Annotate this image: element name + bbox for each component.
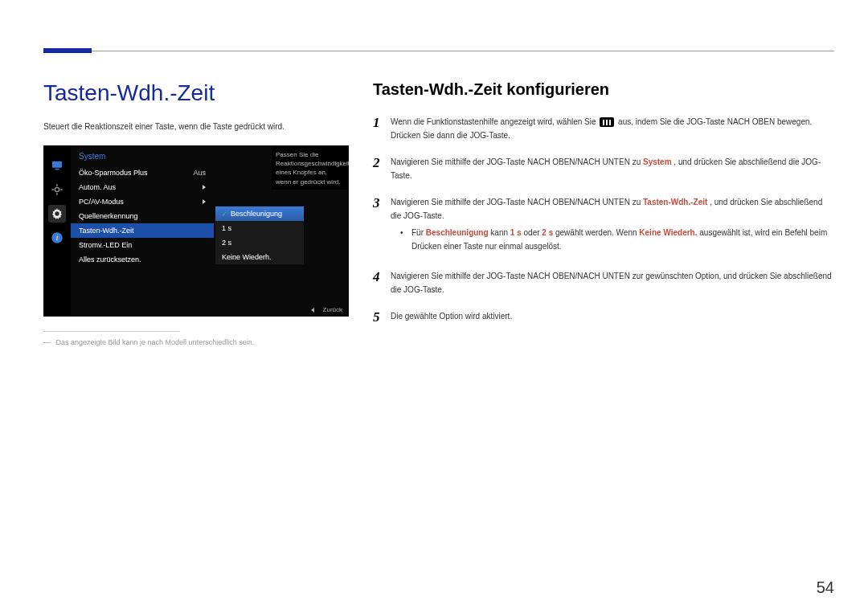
osd-sidebar: i bbox=[43, 145, 71, 317]
bullet-text: Für Beschleunigung kann 1 s oder 2 s gew… bbox=[411, 226, 834, 253]
bullet-dot: • bbox=[400, 226, 411, 253]
step-text: Navigieren Sie mithilfe der JOG-Taste NA… bbox=[391, 269, 834, 296]
osd-submenu-item: 2 s bbox=[215, 235, 304, 250]
back-arrow-icon bbox=[311, 308, 314, 313]
left-column: Tasten-Wdh.-Zeit Steuert die Reaktionsze… bbox=[43, 80, 349, 346]
gear-icon bbox=[48, 205, 66, 223]
osd-submenu-label: 1 s bbox=[222, 224, 231, 232]
step-number: 2 bbox=[373, 155, 391, 171]
step: 2 Navigieren Sie mithilfe der JOG-Taste … bbox=[373, 155, 834, 182]
osd-menu-item: Autom. Aus bbox=[71, 180, 214, 194]
osd-menu-label: Autom. Aus bbox=[79, 183, 116, 191]
step-text: Die gewählte Option wird aktiviert. bbox=[391, 309, 834, 323]
osd-menu-label: Stromv.-LED Ein bbox=[79, 241, 132, 249]
osd-menu-item: Quellenerkennung bbox=[71, 209, 214, 223]
footnote-text: Das angezeigte Bild kann je nach Modell … bbox=[56, 338, 255, 346]
osd-main: System Öko-Sparmodus Plus Aus Autom. Aus… bbox=[71, 145, 349, 317]
monitor-icon bbox=[48, 157, 66, 174]
svg-rect-1 bbox=[55, 169, 59, 170]
highlight-term: 1 s bbox=[510, 228, 522, 237]
highlight-term: 2 s bbox=[542, 228, 553, 237]
step-text: Navigieren Sie mithilfe der JOG-Taste NA… bbox=[391, 195, 834, 256]
page-content: Tasten-Wdh.-Zeit Steuert die Reaktionsze… bbox=[43, 80, 834, 346]
osd-submenu-label: 2 s bbox=[222, 239, 231, 247]
info-icon: i bbox=[48, 229, 66, 247]
osd-menu-label: PC/AV-Modus bbox=[79, 198, 124, 206]
step-text: Wenn die Funktionstastenhilfe angezeigt … bbox=[391, 115, 834, 142]
osd-menu-label: Öko-Sparmodus Plus bbox=[79, 169, 148, 177]
osd-submenu-item: Keine Wiederh. bbox=[215, 250, 304, 264]
sub-bullet: • Für Beschleunigung kann 1 s oder 2 s g… bbox=[400, 226, 834, 253]
osd-menu-item: Alles zurücksetzen. bbox=[71, 252, 214, 267]
osd-menu-item: PC/AV-Modus bbox=[71, 194, 214, 209]
step-text-part: Navigieren Sie mithilfe der JOG-Taste NA… bbox=[391, 157, 643, 166]
osd-menu-value: Aus bbox=[193, 169, 206, 177]
chevron-right-icon bbox=[203, 185, 206, 190]
osd-menu-item: Stromv.-LED Ein bbox=[71, 238, 214, 252]
header-divider bbox=[43, 51, 834, 51]
highlight-term: Keine Wiederh. bbox=[639, 228, 697, 237]
step-text-part: Wenn die Funktionstastenhilfe angezeigt … bbox=[391, 117, 598, 126]
svg-text:i: i bbox=[56, 234, 59, 242]
step: 3 Navigieren Sie mithilfe der JOG-Taste … bbox=[373, 195, 834, 256]
step: 1 Wenn die Funktionstastenhilfe angezeig… bbox=[373, 115, 834, 142]
osd-submenu-label: Beschleunigung bbox=[231, 210, 282, 218]
svg-point-2 bbox=[55, 187, 59, 191]
sub-title: Tasten-Wdh.-Zeit konfigurieren bbox=[373, 80, 834, 99]
osd-menu-item-selected: Tasten-Wdh.-Zeit bbox=[71, 223, 214, 238]
osd-menu-label: Tasten-Wdh.-Zeit bbox=[79, 227, 134, 235]
osd-tooltip: Passen Sie die Reaktionsgeschwindigkeit … bbox=[272, 147, 347, 190]
step: 5 Die gewählte Option wird aktiviert. bbox=[373, 309, 834, 325]
menu-bars-icon bbox=[600, 117, 614, 127]
osd-menu-label: Alles zurücksetzen. bbox=[79, 255, 141, 264]
footnote-dash: ― bbox=[43, 338, 51, 346]
target-icon bbox=[48, 181, 66, 198]
step-number: 1 bbox=[373, 115, 391, 131]
main-title: Tasten-Wdh.-Zeit bbox=[43, 80, 349, 106]
step-number: 4 bbox=[373, 269, 391, 285]
osd-menu-label: Quellenerkennung bbox=[79, 212, 138, 220]
highlight-term: Tasten-Wdh.-Zeit bbox=[643, 198, 707, 206]
steps-list: 1 Wenn die Funktionstastenhilfe angezeig… bbox=[373, 115, 834, 325]
osd-submenu-item-selected: ✓ Beschleunigung bbox=[215, 206, 304, 221]
header-accent bbox=[43, 48, 92, 53]
osd-submenu-item: 1 s bbox=[215, 221, 304, 235]
osd-menu: Öko-Sparmodus Plus Aus Autom. Aus PC/AV-… bbox=[71, 166, 214, 267]
step-text: Navigieren Sie mithilfe der JOG-Taste NA… bbox=[391, 155, 834, 182]
svg-rect-0 bbox=[52, 161, 62, 168]
osd-submenu-label: Keine Wiederh. bbox=[222, 253, 272, 261]
description-text: Steuert die Reaktionszeit einer Taste, w… bbox=[43, 122, 349, 131]
step-number: 3 bbox=[373, 195, 391, 211]
right-column: Tasten-Wdh.-Zeit konfigurieren 1 Wenn di… bbox=[373, 80, 834, 346]
step: 4 Navigieren Sie mithilfe der JOG-Taste … bbox=[373, 269, 834, 296]
separator bbox=[43, 331, 180, 332]
osd-footer-label: Zurück bbox=[323, 306, 342, 313]
page-number: 54 bbox=[817, 578, 834, 597]
osd-footer: Zurück bbox=[311, 306, 342, 313]
bullet-text-part: oder bbox=[524, 228, 542, 237]
step-number: 5 bbox=[373, 309, 391, 325]
bullet-text-part: kann bbox=[490, 228, 510, 237]
bullet-text-part: Für bbox=[411, 228, 426, 237]
osd-submenu: ✓ Beschleunigung 1 s 2 s Keine Wiederh. bbox=[215, 206, 304, 264]
bullet-text-part: gewählt werden. Wenn bbox=[555, 228, 639, 237]
check-icon: ✓ bbox=[222, 210, 227, 218]
chevron-right-icon bbox=[203, 199, 206, 204]
step-text-part: Navigieren Sie mithilfe der JOG-Taste NA… bbox=[391, 198, 643, 206]
osd-menu-item: Öko-Sparmodus Plus Aus bbox=[71, 166, 214, 180]
footnote: ― Das angezeigte Bild kann je nach Model… bbox=[43, 338, 349, 346]
osd-screenshot: i System Öko-Sparmodus Plus Aus Autom. A… bbox=[43, 145, 349, 317]
highlight-term: System bbox=[643, 157, 672, 166]
highlight-term: Beschleunigung bbox=[426, 228, 489, 237]
